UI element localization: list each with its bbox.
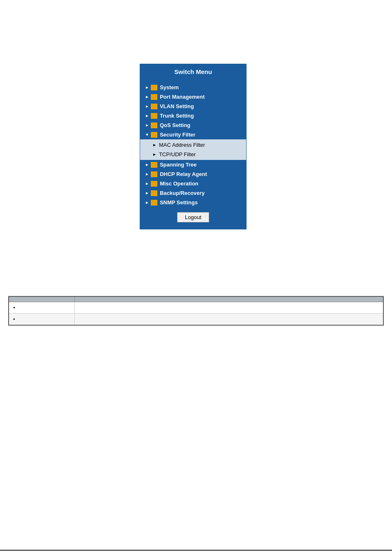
table-cell-bullet2: • [9, 314, 74, 326]
dhcp-relay-agent-icon [151, 171, 157, 177]
switch-menu-title: Switch Menu [140, 64, 246, 79]
switch-menu-panel: Switch Menu ► System ► Port Management ►… [140, 64, 247, 229]
qos-setting-icon [151, 123, 157, 128]
sidebar-item-spanning-tree[interactable]: ► Spanning Tree [140, 160, 246, 169]
arrow-right-icon: ► [145, 104, 149, 109]
spanning-tree-icon [151, 162, 157, 168]
sidebar-item-trunk-setting[interactable]: ► Trunk Setting [140, 111, 246, 120]
misc-operation-icon [151, 181, 157, 187]
sidebar-item-backup-recovery[interactable]: ► Backup/Recovery [140, 188, 246, 198]
sidebar-item-system[interactable]: ► System [140, 83, 246, 92]
arrow-right-icon: ► [145, 191, 149, 195]
arrow-right-icon: ► [145, 85, 149, 90]
sidebar-item-label: MAC Address Filter [159, 142, 205, 148]
sidebar-item-label: Backup/Recovery [160, 190, 205, 196]
arrow-right-icon: ► [145, 181, 149, 186]
sidebar-item-label: Port Management [160, 94, 205, 100]
vlan-setting-icon [151, 104, 157, 109]
menu-items: ► System ► Port Management ► VLAN Settin… [140, 79, 246, 207]
sidebar-item-label: QoS Setting [160, 122, 190, 128]
table-row: • [9, 302, 383, 314]
arrow-right-icon: ► [145, 162, 149, 167]
sidebar-item-dhcp-relay-agent[interactable]: ► DHCP Relay Agent [140, 169, 246, 179]
page-wrapper: Switch Menu ► System ► Port Management ►… [0, 0, 392, 555]
sidebar-item-label: Spanning Tree [160, 162, 197, 168]
logout-button[interactable]: Logout [177, 212, 209, 222]
sidebar-item-security-filter[interactable]: ▼ Security Filter [140, 130, 246, 139]
table-header-col1 [9, 296, 74, 302]
table-section: • • [8, 296, 384, 326]
sidebar-item-mac-address-filter[interactable]: ► MAC Address Filter [140, 140, 246, 150]
table-cell-value1 [74, 302, 383, 314]
system-icon [151, 85, 157, 90]
arrow-right-icon: ► [152, 143, 157, 147]
arrow-right-icon: ► [152, 152, 157, 157]
security-filter-icon [151, 132, 157, 138]
sidebar-item-label: DHCP Relay Agent [160, 171, 207, 177]
table-cell-value2 [74, 314, 383, 326]
arrow-down-icon: ▼ [145, 132, 149, 137]
data-table: • • [8, 296, 384, 326]
sidebar-item-tcp-udp-filter[interactable]: ► TCP/UDP Filter [140, 150, 246, 159]
arrow-right-icon: ► [145, 95, 149, 99]
table-cell-bullet1: • [9, 302, 74, 314]
backup-recovery-icon [151, 190, 157, 196]
sidebar-item-label: SNMP Settings [160, 199, 198, 206]
sidebar-item-label: VLAN Setting [160, 103, 194, 109]
table-row: • [9, 314, 383, 326]
bottom-divider [0, 550, 392, 551]
port-management-icon [151, 94, 157, 100]
snmp-settings-icon [151, 200, 157, 206]
arrow-right-icon: ► [145, 123, 149, 127]
sidebar-item-qos-setting[interactable]: ► QoS Setting [140, 120, 246, 130]
trunk-setting-icon [151, 113, 157, 119]
sidebar-item-vlan-setting[interactable]: ► VLAN Setting [140, 102, 246, 111]
sidebar-item-misc-operation[interactable]: ► Misc Operation [140, 179, 246, 188]
sidebar-item-port-management[interactable]: ► Port Management [140, 92, 246, 102]
table-header-col2 [74, 296, 383, 302]
sidebar-item-label: Misc Operation [160, 180, 198, 187]
arrow-right-icon: ► [145, 172, 149, 176]
arrow-right-icon: ► [145, 113, 149, 118]
security-filter-subitems: ► MAC Address Filter ► TCP/UDP Filter [140, 139, 246, 160]
sidebar-item-label: TCP/UDP Filter [159, 151, 196, 157]
sidebar-item-snmp-settings[interactable]: ► SNMP Settings [140, 198, 246, 207]
arrow-right-icon: ► [145, 200, 149, 205]
sidebar-item-label: Trunk Setting [160, 113, 194, 119]
logout-wrapper: Logout [140, 212, 246, 222]
sidebar-item-label: Security Filter [160, 132, 196, 138]
sidebar-item-label: System [160, 84, 179, 90]
